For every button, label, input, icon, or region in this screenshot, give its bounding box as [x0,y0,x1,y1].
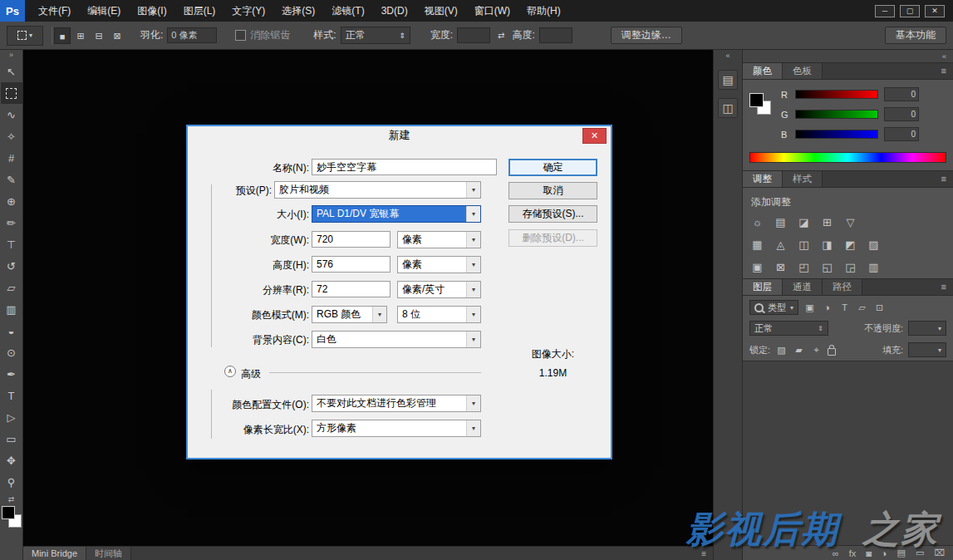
fill-select[interactable]: ▾ [908,342,946,357]
invert-icon[interactable]: ▣ [751,261,764,273]
name-input[interactable]: 妙手空空字幕 [312,159,497,175]
width-input[interactable]: 720 [312,231,391,248]
blur-tool[interactable]: ◒ [1,320,22,341]
layer-filter-select[interactable]: 类型 ▾ [749,300,798,315]
vibrance-icon[interactable]: ▽ [844,216,857,228]
red-value[interactable]: 0 [884,87,919,101]
blend-mode-select[interactable]: 正常 ⇕ [749,321,828,336]
panel-menu-icon[interactable]: ≡ [935,279,953,295]
rectangular-marquee-tool[interactable] [1,82,22,104]
tab-color[interactable]: 颜色 [743,63,783,79]
swap-dimensions-icon[interactable]: ⇄ [498,31,504,40]
intersect-selection-button[interactable]: ⊠ [109,27,125,44]
antialias-checkbox[interactable] [235,30,246,41]
blue-value[interactable]: 0 [884,127,919,141]
tab-timeline[interactable]: 时间轴 [86,547,131,560]
color-picker-swatches[interactable] [749,93,771,115]
color-ramp[interactable] [749,152,946,163]
add-to-selection-button[interactable]: ⊞ [72,27,89,44]
crop-tool[interactable]: # [1,147,22,169]
height-input[interactable]: 576 [312,256,391,273]
history-brush-tool[interactable]: ↺ [1,255,22,277]
eraser-tool[interactable]: ▱ [1,277,22,298]
background-select[interactable]: 白色 ▾ [312,331,481,348]
opacity-select[interactable]: ▾ [908,321,946,336]
exposure-icon[interactable]: ⊞ [821,216,833,228]
rectangle-shape-tool[interactable]: ▭ [1,428,22,449]
workspace-switcher[interactable]: 基本功能 [885,27,946,44]
tab-paths[interactable]: 路径 [823,279,862,295]
size-select[interactable]: PAL D1/DV 宽银幕 ▾ [312,205,481,223]
pen-tool[interactable]: ✒ [1,363,22,385]
filter-type-layers-icon[interactable]: T [838,302,851,312]
resolution-input[interactable]: 72 [312,281,391,297]
menu-item-type[interactable]: 文字(Y) [224,0,273,22]
properties-panel-icon[interactable]: ◫ [718,98,738,118]
color-mode-select[interactable]: RGB 颜色 ▾ [312,306,387,323]
menu-item-view[interactable]: 视图(V) [416,0,466,22]
expand-panels-icon[interactable]: « [725,50,729,61]
menu-item-edit[interactable]: 编辑(E) [79,0,129,22]
tool-preset-picker[interactable]: ▾ [7,26,43,46]
lasso-tool[interactable]: ∿ [1,104,22,125]
foreground-color-swatch[interactable] [2,506,15,519]
dialog-close-button[interactable]: ✕ [582,128,607,144]
levels-icon[interactable]: ▤ [774,216,787,228]
tab-swatches[interactable]: 色板 [783,63,823,79]
gradient-map-icon[interactable]: ◲ [844,261,857,273]
preset-select[interactable]: 胶片和视频 ▾ [274,181,481,199]
ok-button[interactable]: 确定 [508,159,597,176]
menu-item-image[interactable]: 图像(I) [129,0,174,22]
resolution-unit-select[interactable]: 像素/英寸 ▾ [397,281,481,298]
foreground-color-swatch[interactable] [749,93,764,107]
menu-item-file[interactable]: 文件(F) [30,0,79,22]
save-preset-button[interactable]: 存储预设(S)... [508,205,597,223]
minimize-button[interactable]: ─ [875,5,895,17]
spot-healing-brush-tool[interactable]: ⊕ [1,190,22,212]
tab-layers[interactable]: 图层 [743,279,783,295]
width-unit-select[interactable]: 像素 ▾ [397,231,481,248]
blue-slider[interactable] [795,130,878,139]
new-selection-button[interactable]: ■ [54,27,71,44]
zoom-tool[interactable]: ⚲ [1,471,22,493]
tab-channels[interactable]: 通道 [783,279,823,295]
filter-smart-objects-icon[interactable]: ⊡ [873,302,886,313]
filter-shape-layers-icon[interactable]: ▱ [856,302,868,313]
tab-mini-bridge[interactable]: Mini Bridge [23,547,86,560]
style-select[interactable]: 正常 ⇕ [341,27,410,44]
menu-item-window[interactable]: 窗口(W) [466,0,518,22]
menu-item-select[interactable]: 选择(S) [273,0,323,22]
clone-stamp-tool[interactable]: ⊤ [1,233,22,255]
curves-icon[interactable]: ◪ [798,216,810,228]
red-slider[interactable] [795,90,878,99]
collapse-toolbar-icon[interactable]: » [9,50,13,61]
maximize-button[interactable]: ▢ [900,5,920,17]
move-tool[interactable]: ↖ [1,61,22,82]
lock-pixels-icon[interactable]: ▰ [793,345,805,356]
bit-depth-select[interactable]: 8 位 ▾ [397,306,481,323]
brightness-contrast-icon[interactable]: ☼ [751,216,764,228]
refine-edge-button[interactable]: 调整边缘… [611,27,682,44]
advanced-toggle-button[interactable]: ∧ [224,366,236,377]
close-window-button[interactable]: ✕ [925,5,945,17]
channel-mixer-icon[interactable]: ◩ [844,238,857,251]
dodge-tool[interactable]: ⊙ [1,341,22,363]
history-panel-icon[interactable]: ▤ [718,70,738,90]
selective-color-icon[interactable]: ◱ [821,261,833,273]
lock-position-icon[interactable]: ⌖ [810,345,823,356]
panel-menu-icon[interactable]: ≡ [935,63,953,79]
width-input[interactable] [457,27,490,43]
panel-menu-icon[interactable]: ≡ [935,171,953,187]
swap-colors-icon[interactable]: ⇄ [8,495,15,504]
cancel-button[interactable]: 取消 [508,182,597,199]
quick-selection-tool[interactable]: ✧ [1,125,22,147]
menu-item-filter[interactable]: 滤镜(T) [323,0,372,22]
hue-saturation-icon[interactable]: ▦ [751,238,764,251]
lock-transparency-icon[interactable]: ▨ [775,345,788,356]
filter-pixel-layers-icon[interactable]: ▣ [803,302,816,313]
black-white-icon[interactable]: ◫ [798,238,810,251]
feather-input[interactable]: 0 像素 [167,27,217,43]
menu-item-3d[interactable]: 3D(D) [373,0,416,22]
height-input[interactable] [539,27,572,43]
tab-adjustments[interactable]: 调整 [743,171,783,187]
